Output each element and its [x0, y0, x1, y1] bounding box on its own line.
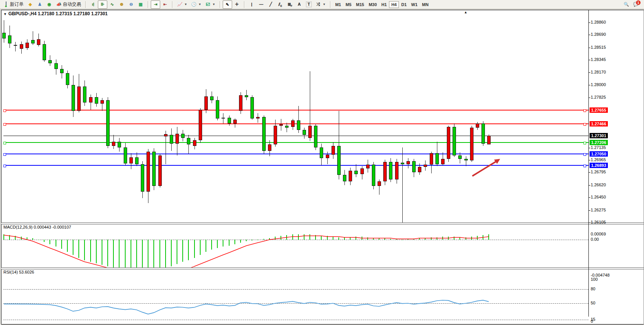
- level-handle[interactable]: [583, 153, 586, 156]
- candle-body: [372, 165, 375, 186]
- tile-windows-button[interactable]: ▦: [136, 0, 145, 9]
- candle-body: [453, 127, 456, 155]
- level-handle[interactable]: [3, 109, 6, 112]
- auto-scroll-button[interactable]: ⇥: [151, 0, 160, 9]
- price-tick: [588, 185, 590, 186]
- rsi-pane[interactable]: RSI(14) 53.6026: [1, 269, 588, 325]
- candle-body: [95, 97, 98, 104]
- candle-body: [349, 171, 352, 182]
- bar-chart-button[interactable]: ıl̩: [88, 0, 98, 9]
- line-chart-button[interactable]: ∿: [107, 0, 117, 9]
- candlestick-chart-button[interactable]: ⊪: [98, 0, 107, 9]
- candle-body: [199, 110, 202, 140]
- candle-body: [378, 181, 381, 186]
- level-handle[interactable]: [3, 142, 6, 144]
- price-tick: [588, 48, 590, 48]
- candle-body: [48, 60, 52, 63]
- level-line-1.27466[interactable]: [3, 123, 588, 124]
- level-line-1.27206[interactable]: [3, 142, 588, 143]
- timeframe-m5[interactable]: M5: [343, 1, 354, 8]
- fibonacci-button[interactable]: ≣F: [285, 0, 295, 9]
- candle-body: [326, 155, 329, 158]
- timeframe-group: M1M5M15M30H1H4D1W1MN: [332, 0, 432, 9]
- level-line-1.27050[interactable]: [3, 154, 588, 154]
- template-icon: 🗠: [205, 2, 211, 7]
- price-axis-label: 1.26105: [591, 220, 606, 224]
- toolbar-separator: [330, 1, 331, 8]
- candle-body: [89, 97, 92, 102]
- candle-body: [343, 175, 346, 181]
- new-order-button[interactable]: + 新订单: [1, 0, 26, 9]
- candle-body: [314, 126, 317, 147]
- price-axis-label: 1.26965: [591, 157, 606, 162]
- timeframe-w1[interactable]: W1: [409, 1, 420, 8]
- candle-body: [60, 69, 64, 73]
- candle-body: [395, 162, 399, 179]
- zoom-out-button[interactable]: ⊖: [126, 0, 136, 9]
- trend-line-button[interactable]: ╱: [266, 0, 276, 9]
- timeframe-h4[interactable]: H4: [389, 1, 399, 8]
- price-tick: [588, 210, 590, 211]
- price-tick: [588, 223, 590, 223]
- candle-body: [14, 45, 17, 46]
- chat-button[interactable]: 💬1: [631, 0, 641, 9]
- profiles-button[interactable]: ♟: [35, 0, 45, 9]
- candle-body: [228, 118, 231, 123]
- chart-window[interactable]: ▼GBPUSD-,H4 1.27180 1.27315 1.27180 1.27…: [1, 10, 644, 324]
- timeframe-m15[interactable]: M15: [354, 1, 366, 8]
- signals-button[interactable]: ◉: [45, 0, 54, 9]
- macd-signal-line: [4, 235, 489, 267]
- level-handle[interactable]: [583, 123, 586, 126]
- arrows-button[interactable]: ⤮▼: [314, 0, 328, 9]
- zoom-in-button[interactable]: ⊕: [117, 0, 126, 9]
- timeframe-mn[interactable]: MN: [420, 1, 431, 8]
- level-line-1.27301[interactable]: [3, 136, 588, 136]
- annotation-arrow[interactable]: [469, 155, 507, 182]
- timeframe-m30[interactable]: M30: [367, 1, 379, 8]
- level-handle[interactable]: [3, 153, 6, 156]
- search-button[interactable]: 🔍: [622, 0, 631, 9]
- price-axis-label: 1.26275: [591, 208, 606, 212]
- level-handle[interactable]: [3, 123, 6, 126]
- text-label-button[interactable]: T: [304, 0, 314, 9]
- autotrading-button[interactable]: 📣 自动交易: [54, 0, 83, 9]
- candle-body: [418, 167, 421, 172]
- rsi-axis-label: 100: [591, 277, 598, 282]
- zoom-in-icon: ⊕: [119, 2, 124, 7]
- text-label-icon: T: [306, 2, 312, 7]
- candle-body: [77, 86, 81, 111]
- trend-line-icon: ╱: [268, 2, 274, 7]
- horizontal-line-button[interactable]: —: [257, 0, 266, 9]
- vertical-line-button[interactable]: |: [247, 0, 257, 9]
- price-level-label: 1.27206: [590, 140, 608, 145]
- level-handle[interactable]: [583, 142, 586, 144]
- candle-body: [487, 136, 491, 144]
- candle-body: [308, 126, 312, 138]
- chart-shift-button[interactable]: ⇤: [160, 0, 170, 9]
- price-level-label: 1.26893: [590, 163, 608, 168]
- trading-terminal: + 新订单 ◆ ♟ ◉ 📣 自动交易 ıl̩ ⊪ ∿ ⊕ ⊖ ▦ ⇥ ⇤: [0, 0, 644, 325]
- metaeditor-button[interactable]: ◆: [26, 0, 35, 9]
- level-handle[interactable]: [583, 109, 586, 112]
- candlestick-icon: ⊪: [100, 2, 105, 7]
- candle-body: [129, 157, 133, 163]
- level-line-1.27655[interactable]: [3, 110, 588, 110]
- text-button[interactable]: A: [295, 0, 304, 9]
- level-handle[interactable]: [3, 165, 6, 167]
- candle-body: [297, 120, 300, 130]
- periods-button[interactable]: 🕓▼: [189, 0, 203, 9]
- timeframe-d1[interactable]: D1: [399, 1, 409, 8]
- candle-body: [26, 43, 29, 48]
- cursor-button[interactable]: ⬉: [223, 0, 232, 9]
- candle-body: [389, 162, 392, 179]
- templates-button[interactable]: 🗠▼: [203, 0, 217, 9]
- crosshair-button[interactable]: ✛: [232, 0, 242, 9]
- macd-pane[interactable]: MACD(12,26,9) 0.000443 -0.000107: [1, 224, 588, 267]
- equidistant-channel-button[interactable]: ⫽E: [276, 0, 285, 9]
- price-pane[interactable]: [1, 10, 588, 223]
- timeframe-h1[interactable]: H1: [379, 1, 389, 8]
- timeframe-m1[interactable]: M1: [333, 1, 343, 8]
- level-handle[interactable]: [583, 165, 586, 167]
- chat-icon: 💬1: [633, 2, 639, 7]
- indicators-button[interactable]: 📈▼: [175, 0, 189, 9]
